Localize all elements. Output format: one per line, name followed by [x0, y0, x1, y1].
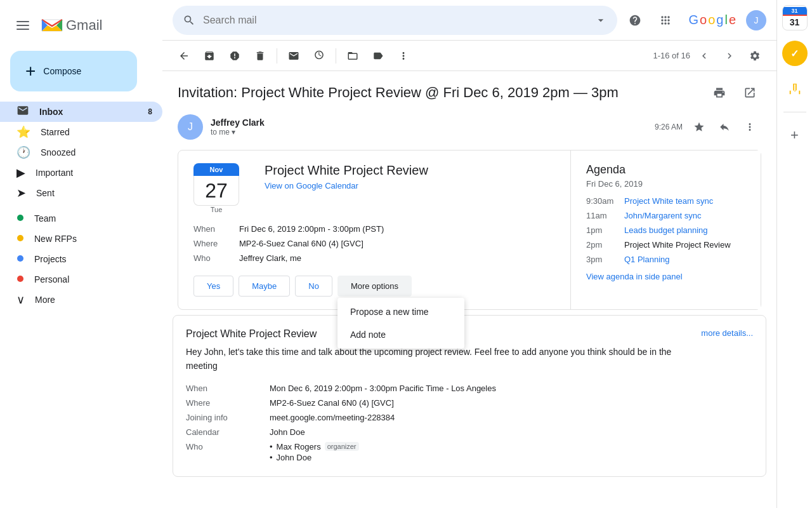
sidebar-item-team[interactable]: Team — [0, 208, 162, 229]
body-where-label: Where — [186, 398, 262, 408]
email-actions — [688, 116, 761, 138]
body-who-label: Who — [186, 442, 262, 464]
agenda-event-0[interactable]: Project White team sync — [624, 196, 713, 206]
agenda-item-2: 1pm Leads budget planning — [586, 225, 745, 235]
who-item-1: • John Doe — [270, 453, 701, 462]
star-button[interactable] — [688, 116, 710, 138]
compose-button[interactable]: + Compose — [10, 51, 137, 91]
search-input[interactable] — [203, 15, 587, 26]
team-label: Team — [34, 213, 56, 224]
back-button[interactable] — [173, 44, 195, 67]
no-button[interactable]: No — [295, 276, 332, 297]
sidebar-item-sent[interactable]: ➤ Sent — [0, 183, 162, 203]
next-page-button[interactable] — [718, 44, 741, 67]
svg-rect-1 — [16, 25, 29, 26]
settings-button[interactable] — [743, 44, 766, 67]
more-details-link[interactable]: more details... — [701, 328, 753, 338]
agenda-date: Fri Dec 6, 2019 — [586, 179, 745, 189]
calendar-day-num: 31 — [789, 16, 801, 29]
svg-point-5 — [17, 255, 23, 262]
snoozed-label: Snoozed — [41, 147, 75, 157]
sender-info: Jeffrey Clark to me ▾ — [211, 117, 655, 137]
sender-name: Jeffrey Clark — [211, 117, 655, 128]
important-icon: ▶ — [16, 166, 25, 180]
sent-icon: ➤ — [16, 186, 26, 200]
agenda-event-2[interactable]: Leads budget planning — [624, 225, 708, 235]
sidebar-item-personal[interactable]: Personal — [0, 269, 162, 290]
reply-button[interactable] — [713, 116, 736, 138]
body-when-value: Mon Dec 6, 2019 2:00pm - 3:00pm Pacific … — [270, 384, 701, 393]
user-avatar[interactable]: J — [746, 10, 766, 30]
right-panel-divider — [783, 112, 806, 112]
maybe-button[interactable]: Maybe — [239, 276, 290, 297]
yes-button[interactable]: Yes — [193, 276, 233, 297]
inbox-icon — [16, 104, 29, 120]
sidebar: Gmail + Compose Inbox 8 ⭐ Starred 🕐 Snoo… — [0, 0, 162, 508]
tasks-icon[interactable]: ✓ — [782, 41, 808, 66]
who-name-0: Max Rogers — [277, 442, 321, 451]
agenda-item-4: 3pm Q1 Planning — [586, 255, 745, 264]
gmail-logo: Gmail — [41, 17, 102, 34]
delete-button[interactable] — [249, 44, 272, 67]
more-options-button[interactable]: More options — [337, 276, 412, 297]
main-content: Google J — [162, 0, 776, 508]
keep-icon[interactable] — [782, 76, 808, 102]
sidebar-item-snoozed[interactable]: 🕐 Snoozed — [0, 142, 162, 163]
print-button[interactable] — [708, 81, 731, 104]
sidebar-item-inbox[interactable]: Inbox 8 — [0, 102, 162, 122]
sidebar-item-more[interactable]: ∨ More — [0, 290, 162, 310]
move-button[interactable] — [341, 44, 364, 67]
agenda-event-1[interactable]: John/Margarent sync — [624, 211, 701, 220]
label-button[interactable] — [367, 44, 390, 67]
more-chevron-icon: ∨ — [16, 293, 25, 307]
svg-rect-0 — [16, 21, 29, 22]
agenda-item-3: 2pm Project White Project Review — [586, 240, 745, 250]
apps-button[interactable] — [653, 8, 678, 33]
propose-time-item[interactable]: Propose a new time — [337, 300, 464, 323]
agenda-time-2: 1pm — [586, 225, 617, 235]
search-dropdown-icon[interactable] — [594, 14, 607, 27]
agenda-event-4[interactable]: Q1 Planning — [624, 255, 670, 264]
invite-agenda: Agenda Fri Dec 6, 2019 9:30am Project Wh… — [570, 150, 761, 309]
help-button[interactable] — [622, 8, 648, 33]
body-joining-link[interactable]: meet.google.com/meeting-228384 — [270, 413, 701, 422]
calendar-app-icon[interactable]: 31 31 — [782, 5, 808, 30]
search-bar[interactable] — [173, 6, 617, 35]
who-name-1: John Doe — [277, 453, 312, 462]
svg-rect-2 — [16, 29, 29, 30]
spam-button[interactable] — [223, 44, 246, 67]
svg-point-4 — [17, 235, 23, 241]
projects-label: Projects — [34, 254, 67, 264]
view-gcal-link[interactable]: View on Google Calendar — [265, 181, 358, 190]
personal-dot-icon — [16, 274, 24, 284]
starred-label: Starred — [41, 127, 70, 137]
sender-to[interactable]: to me ▾ — [211, 128, 655, 137]
body-calendar-label: Calendar — [186, 427, 262, 437]
more-options-dropdown: Propose a new time Add note — [337, 298, 464, 349]
body-where-value: MP2-6-Suez Canal 6N0 (4) [GVC] — [270, 398, 701, 408]
more-label: More — [35, 295, 55, 305]
snooze-button[interactable] — [308, 44, 331, 67]
sidebar-item-new-rfps[interactable]: New RFPs — [0, 229, 162, 249]
archive-button[interactable] — [198, 44, 221, 67]
open-in-new-button[interactable] — [738, 81, 761, 104]
organizer-badge: organizer — [325, 442, 359, 451]
prev-page-button[interactable] — [693, 44, 716, 67]
hamburger-button[interactable] — [10, 13, 36, 38]
add-right-panel-button[interactable]: + — [782, 123, 808, 148]
toolbar-divider-1 — [277, 48, 277, 64]
email-header: J Jeffrey Clark to me ▾ 9:26 AM — [173, 109, 766, 145]
mark-unread-button[interactable] — [282, 44, 305, 67]
sidebar-item-starred[interactable]: ⭐ Starred — [0, 122, 162, 142]
more-toolbar-button[interactable] — [392, 44, 415, 67]
add-note-item[interactable]: Add note — [337, 323, 464, 346]
sent-label: Sent — [36, 188, 55, 198]
sidebar-item-projects[interactable]: Projects — [0, 249, 162, 269]
compose-plus-icon: + — [25, 61, 36, 81]
email-body-table: When Mon Dec 6, 2019 2:00pm - 3:00pm Pac… — [186, 384, 701, 464]
sidebar-item-important[interactable]: ▶ Important — [0, 163, 162, 183]
more-email-button[interactable] — [738, 116, 761, 138]
more-options-container: More options Propose a new time Add note — [337, 276, 412, 297]
view-agenda-link[interactable]: View agenda in side panel — [586, 272, 745, 281]
agenda-time-4: 3pm — [586, 255, 617, 264]
